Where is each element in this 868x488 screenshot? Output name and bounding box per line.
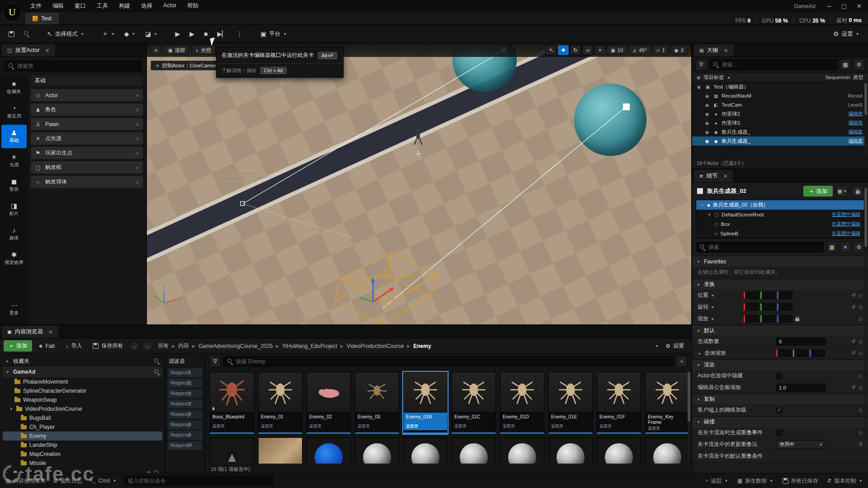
window-minimize-button[interactable]: ─: [827, 3, 831, 9]
scale-x-field[interactable]: [744, 315, 759, 323]
filter-niagara-3[interactable]: Niagara效: [168, 389, 203, 398]
scale-lock-icon[interactable]: [795, 318, 799, 321]
cb-import-button[interactable]: ↓导入: [61, 340, 86, 352]
category-media[interactable]: ♪媒体: [1, 222, 27, 246]
keyframe-icon[interactable]: ◇: [859, 407, 863, 413]
category-favorites[interactable]: ★收藏夹: [1, 76, 27, 99]
category-more[interactable]: ⋯更多: [1, 297, 27, 321]
outliner-search-input[interactable]: [722, 61, 833, 68]
actor-hidden-checkbox[interactable]: ✓: [776, 373, 783, 379]
scale-label[interactable]: 缩放▼: [698, 315, 741, 323]
asset-search-input[interactable]: [236, 358, 670, 365]
cb-save-all-button[interactable]: 保存所有: [89, 340, 127, 352]
edit-in-blueprint-link[interactable]: 在蓝图中编辑: [832, 221, 860, 227]
window-close-button[interactable]: ✕: [857, 3, 862, 9]
eye-icon[interactable]: ◉: [704, 94, 710, 99]
edit-blueprint-link[interactable]: 编辑伤: [849, 120, 863, 126]
cb-forward-button[interactable]: →: [142, 341, 152, 351]
section-default[interactable]: ▾默认: [692, 325, 868, 336]
component-default-scene-root[interactable]: ▾◯DefaultSceneRoot在蓝图中编辑: [696, 210, 864, 219]
asset-material-sphere[interactable]: [548, 437, 593, 464]
drag-handle-icon[interactable]: ≡: [136, 165, 139, 170]
close-icon[interactable]: ✕: [723, 47, 728, 54]
tab-place-actors[interactable]: ◫ 放置Actor ✕: [2, 44, 55, 56]
outliner-row-recastnav[interactable]: ◉▦RecastNavMRecast: [692, 91, 864, 100]
breadcrumb-course[interactable]: GameAdvertisingCourse_2025: [198, 343, 273, 349]
scale-y-field[interactable]: [760, 315, 776, 323]
drag-handle-icon[interactable]: ≡: [136, 136, 139, 141]
reset-icon[interactable]: ↺: [851, 385, 855, 390]
close-icon[interactable]: ✕: [45, 47, 50, 54]
add-actor-button[interactable]: ＋▼: [98, 28, 118, 40]
box-scale-y-field[interactable]: [793, 349, 808, 357]
menu-select[interactable]: 选择: [136, 1, 157, 11]
drag-handle-icon[interactable]: ≡: [136, 150, 139, 156]
asset-enemy-02[interactable]: Enemy_02蓝图类: [307, 372, 351, 434]
outliner-row-enemy-spawner-2-selected[interactable]: ◉◆敌兵生成器_编辑敌: [692, 136, 864, 145]
update-overlap-dropdown[interactable]: 使用中▼: [776, 440, 826, 449]
place-item-sphere-trigger[interactable]: ○触发球体≡: [31, 176, 143, 188]
component-root-selected[interactable]: ▾◆敌兵生成器_02（自我）: [696, 200, 864, 210]
scale-snap-button[interactable]: ▱1: [652, 45, 669, 55]
menu-actor[interactable]: Actor: [158, 1, 181, 11]
folder-bugsball[interactable]: BugsBall: [3, 413, 162, 422]
asset-terrain-tile[interactable]: [258, 437, 302, 464]
drag-handle-icon[interactable]: ≡: [136, 122, 139, 127]
keyframe-icon[interactable]: ◇: [859, 304, 863, 310]
asset-material-sphere[interactable]: [403, 437, 448, 464]
cb-root-gamead[interactable]: ▾GameAd: [3, 366, 162, 377]
settings-button[interactable]: ⚙ 设置 ▼: [829, 28, 863, 40]
folder-mapcreation[interactable]: MapCreation: [3, 450, 162, 459]
details-lock-button[interactable]: [852, 186, 863, 197]
location-x-field[interactable]: [744, 291, 759, 299]
folder-phalanxmovement[interactable]: PhalanxMovement: [3, 377, 162, 386]
folder-videoproductioncourse[interactable]: ▾VideoProductionCourse: [3, 404, 162, 413]
drag-handle-icon[interactable]: ≡: [136, 93, 139, 98]
section-collision[interactable]: ▾碰撞: [692, 416, 868, 427]
overlap-events-checkbox[interactable]: ✓: [776, 430, 783, 436]
outliner-row-testcam[interactable]: ◉◧TestCamLevelS: [692, 100, 864, 109]
reset-icon[interactable]: ↺: [851, 350, 855, 356]
keyframe-icon[interactable]: ◇: [859, 350, 863, 356]
details-favorites-button[interactable]: ★: [840, 242, 851, 253]
section-rendering[interactable]: ▾渲染: [692, 359, 868, 370]
menu-help[interactable]: 帮助: [182, 1, 203, 11]
category-shapes[interactable]: ◼形状: [1, 174, 27, 197]
component-box[interactable]: ▢Box在蓝图中编辑: [696, 219, 864, 229]
outliner-filter-button[interactable]: ∇: [696, 59, 707, 70]
rotation-y-field[interactable]: [760, 303, 776, 311]
keyframe-icon[interactable]: ◇: [859, 373, 863, 379]
console-command-input[interactable]: [124, 476, 273, 486]
close-icon[interactable]: ✕: [48, 329, 53, 335]
asset-enemy-03[interactable]: Enemy_03蓝图类: [355, 372, 399, 434]
asset-enemy-01b-selected[interactable]: Enemy_01B蓝图类: [403, 372, 448, 434]
reset-icon[interactable]: ↺: [851, 338, 855, 344]
keyframe-icon[interactable]: ◇: [859, 338, 863, 344]
scale-z-field[interactable]: [777, 315, 793, 323]
play-button[interactable]: ▶: [171, 28, 184, 40]
edit-in-blueprint-link[interactable]: 在蓝图中编辑: [832, 230, 860, 237]
drag-handle-icon[interactable]: ≡: [136, 179, 139, 185]
editor-mode-select[interactable]: ↖ 选择模式 ▼: [43, 28, 88, 40]
tab-test-level[interactable]: Test: [25, 13, 59, 24]
asset-material-sphere[interactable]: [452, 437, 496, 464]
cb-back-button[interactable]: ←: [130, 341, 140, 351]
keyframe-icon[interactable]: ◇: [859, 385, 863, 390]
breadcrumb-project[interactable]: YiHuWang_EduProject: [282, 343, 337, 349]
window-maximize-button[interactable]: ▢: [841, 3, 847, 9]
place-item-box-trigger[interactable]: ▢触发框≡: [31, 161, 143, 174]
eye-icon[interactable]: ◉: [704, 121, 710, 126]
play-in-viewport-button[interactable]: ▶: [185, 28, 198, 40]
asset-material-sphere[interactable]: [597, 437, 641, 464]
spline-point-handle[interactable]: [623, 103, 630, 110]
asset-enemy-01e[interactable]: Enemy_01E蓝图类: [548, 372, 593, 434]
derived-data-button[interactable]: ▦派生数据▼: [737, 477, 774, 485]
keyframe-icon[interactable]: ◇: [859, 316, 863, 322]
outliner-scrollbar[interactable]: [864, 83, 867, 115]
menu-edit[interactable]: 编辑: [47, 1, 69, 11]
edit-blueprint-link[interactable]: 编辑敌: [849, 129, 863, 135]
filter-niagara-1[interactable]: Niagara资: [168, 368, 203, 377]
rotation-z-field[interactable]: [777, 303, 793, 311]
world-space-button[interactable]: ⌖: [594, 45, 605, 55]
outliner-columns-button[interactable]: ▦: [840, 59, 851, 70]
